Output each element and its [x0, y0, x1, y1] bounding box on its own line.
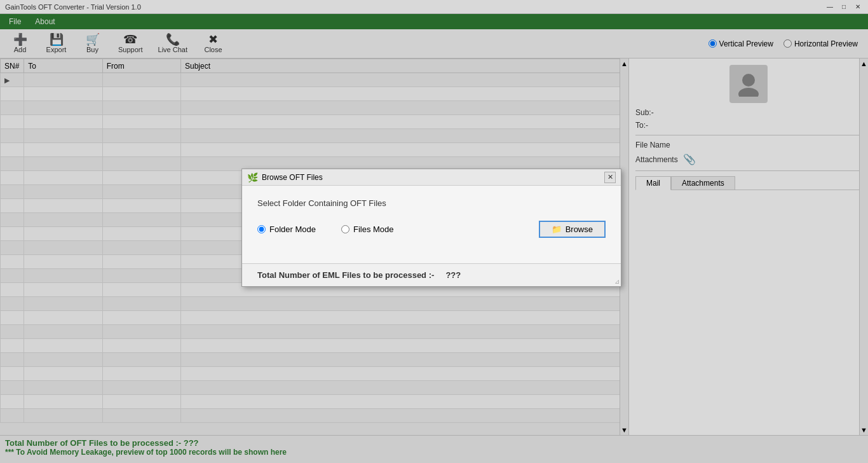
- files-mode-radio[interactable]: [341, 225, 349, 233]
- folder-icon: 📁: [552, 225, 562, 234]
- dialog-resize-handle[interactable]: ⊿: [614, 278, 620, 285]
- browse-button[interactable]: 📁 Browse: [539, 221, 606, 238]
- dialog-footer-label: Total Number of EML Files to be processe…: [257, 270, 461, 280]
- browse-dialog: 🌿 Browse OFT Files ✕ Select Folder Conta…: [241, 169, 621, 287]
- dialog-body: Select Folder Containing OFT Files Folde…: [242, 186, 621, 263]
- folder-mode-option[interactable]: Folder Mode: [257, 225, 316, 234]
- dialog-title-icon: 🌿: [247, 172, 258, 183]
- dialog-title-left: 🌿 Browse OFT Files: [247, 172, 323, 183]
- dialog-footer: Total Number of EML Files to be processe…: [242, 263, 621, 286]
- dialog-close-button[interactable]: ✕: [604, 172, 616, 183]
- dialog-instructions: Select Folder Containing OFT Files: [257, 198, 606, 208]
- folder-mode-radio[interactable]: [257, 225, 266, 233]
- dialog-titlebar: 🌿 Browse OFT Files ✕: [242, 169, 621, 186]
- dialog-title: Browse OFT Files: [262, 173, 323, 182]
- dialog-options: Folder Mode Files Mode 📁 Browse: [257, 221, 606, 238]
- files-mode-option[interactable]: Files Mode: [341, 225, 394, 234]
